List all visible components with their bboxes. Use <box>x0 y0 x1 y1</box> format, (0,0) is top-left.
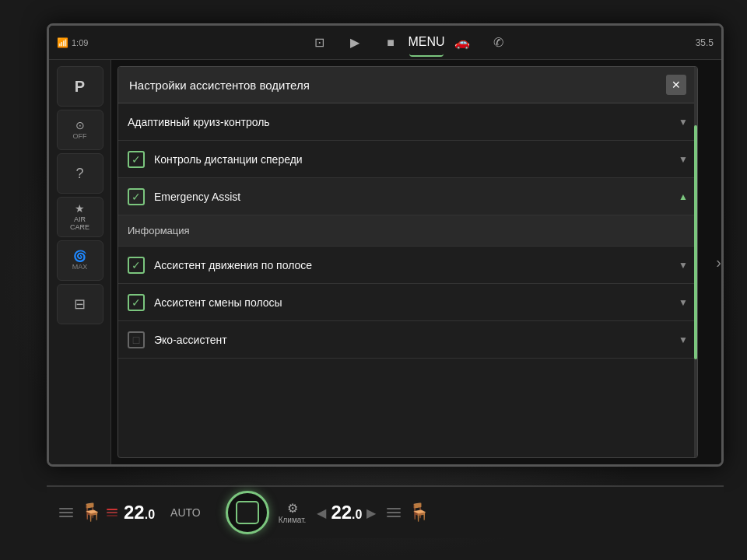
climate-bar: 🪑 22.0 AUTO ⚙ Климат. ◀ 22.0 ▶ 🪑 <box>47 485 724 538</box>
settings-header: Настройки ассистентов водителя ✕ <box>118 67 697 103</box>
phone-icon: ✆ <box>493 35 503 50</box>
camera-icon: ⊡ <box>314 35 324 50</box>
main-content-area: P ⊙ OFF ? ★ AIR CARE 🌀 MAX ⊟ <box>49 60 721 464</box>
right-temp-arrow-left[interactable]: ◀ <box>317 506 326 520</box>
eco-assist-label: Эко-ассистент <box>154 334 672 346</box>
nav-menu-btn[interactable]: MENU <box>409 29 444 57</box>
menu-label: MENU <box>408 35 444 49</box>
fan-label: MAX <box>72 264 88 271</box>
lane-change-checkbox[interactable]: ✓ <box>128 294 145 311</box>
center-home-button[interactable] <box>226 491 269 534</box>
right-menu-lines[interactable] <box>387 508 401 517</box>
settings-title: Настройки ассистентов водителя <box>129 79 310 92</box>
adaptive-cruise-arrow: ▼ <box>679 117 688 128</box>
emergency-assist-label: Emergency Assist <box>154 191 672 203</box>
left-temp-value: 22 <box>124 502 145 523</box>
emergency-assist-checkbox[interactable]: ✓ <box>128 188 145 205</box>
nav-phone-btn[interactable]: ✆ <box>481 29 515 57</box>
distance-control-arrow: ▼ <box>679 154 688 165</box>
emergency-assist-arrow: ▲ <box>679 191 688 202</box>
klimat-label: Климат. <box>279 516 307 524</box>
right-temp-value: 22 <box>331 502 352 523</box>
right-temp-arrow-right[interactable]: ▶ <box>366 506 376 520</box>
fan-icon: 🌀 <box>73 250 86 262</box>
lane-change-arrow: ▼ <box>679 297 688 308</box>
klimat-button[interactable]: ⚙ Климат. <box>279 501 307 524</box>
left-temp-display: 22.0 <box>124 502 155 523</box>
nav-status: 📶 1:09 <box>57 37 150 48</box>
air-care-label: AIR CARE <box>70 216 89 232</box>
right-temp-display: 22.0 <box>331 502 362 523</box>
eco-assist-arrow: ▼ <box>679 334 688 345</box>
distance-control-checkbox[interactable]: ✓ <box>128 151 145 168</box>
right-seat-icon: 🪑 <box>409 502 430 523</box>
left-menu-lines[interactable] <box>59 508 73 517</box>
scroll-indicator[interactable] <box>694 67 697 457</box>
right-chevron-btn[interactable]: › <box>716 254 721 271</box>
settings-row-information-header: Информация <box>118 215 697 247</box>
settings-row-eco-assist[interactable]: □ Эко-ассистент ▼ <box>118 321 697 359</box>
top-nav-right-text: 35.5 <box>667 37 714 48</box>
adaptive-cruise-label: Адаптивный круиз-контроль <box>128 116 672 128</box>
left-seat-icon: 🪑 <box>81 502 102 523</box>
scroll-thumb <box>694 125 697 359</box>
nav-stop-btn[interactable]: ■ <box>374 29 408 57</box>
auto-label: AUTO <box>170 506 201 519</box>
parking-icon: P <box>75 78 85 96</box>
right-temp-decimal: .0 <box>352 508 362 521</box>
distance-control-label: Контроль дистанции спереди <box>154 153 672 166</box>
lane-assist-checkbox[interactable]: ✓ <box>128 257 145 274</box>
settings-row-lane-assist[interactable]: ✓ Ассистент движения по полосе ▼ <box>118 247 697 284</box>
settings-row-distance-control[interactable]: ✓ Контроль дистанции спереди ▼ <box>118 141 697 178</box>
lane-assist-label: Ассистент движения по полосе <box>154 259 672 271</box>
play-icon: ▶ <box>350 35 359 50</box>
eco-assist-checkbox[interactable]: □ <box>128 331 145 348</box>
settings-row-adaptive-cruise[interactable]: Адаптивный круиз-контроль ▼ <box>118 103 697 141</box>
nav-camera-btn[interactable]: ⊡ <box>302 29 336 57</box>
close-icon: ✕ <box>672 79 681 91</box>
stop-icon: ■ <box>387 36 395 50</box>
sidebar-btn-air-care[interactable]: ★ AIR CARE <box>57 197 103 237</box>
lane-assist-arrow: ▼ <box>679 260 688 271</box>
close-button[interactable]: ✕ <box>666 75 686 95</box>
sidebar-btn-parking[interactable]: P <box>57 66 103 107</box>
settings-window: Настройки ассистентов водителя ✕ Адаптив… <box>117 66 698 458</box>
time-display: 1:09 <box>72 38 88 47</box>
top-nav-bar: 📶 1:09 ⊡ ▶ ■ MENU 🚗 ✆ 35.5 <box>49 26 721 60</box>
car-icon: 🚗 <box>454 35 470 50</box>
left-temp-decimal: .0 <box>145 508 155 521</box>
settings-row-lane-change[interactable]: ✓ Ассистент смены полосы ▼ <box>118 284 697 321</box>
driver-assist-icon: ⊙ <box>75 119 85 131</box>
nav-icons-group: ⊡ ▶ ■ MENU 🚗 ✆ <box>150 29 667 57</box>
klimat-gear-icon: ⚙ <box>287 501 298 516</box>
sidebar-btn-seat[interactable]: ⊟ <box>57 284 103 324</box>
sidebar-btn-driver-assist[interactable]: ⊙ OFF <box>57 110 103 150</box>
nav-play-btn[interactable]: ▶ <box>338 29 372 57</box>
left-sidebar: P ⊙ OFF ? ★ AIR CARE 🌀 MAX ⊟ <box>49 60 111 464</box>
content-panel: Настройки ассистентов водителя ✕ Адаптив… <box>111 60 721 464</box>
seat-icon: ⊟ <box>74 296 86 313</box>
signal-icon: 📶 <box>57 37 68 48</box>
lane-change-label: Ассистент смены полосы <box>154 296 672 309</box>
home-icon <box>236 501 259 524</box>
star-icon: ★ <box>75 202 85 215</box>
sidebar-btn-fan[interactable]: 🌀 MAX <box>57 240 103 281</box>
left-heat-lines <box>107 509 117 516</box>
settings-list: Адаптивный круиз-контроль ▼ ✓ Контроль д… <box>118 103 697 359</box>
main-screen: 📶 1:09 ⊡ ▶ ■ MENU 🚗 ✆ 35.5 <box>47 23 724 467</box>
sidebar-btn-info[interactable]: ? <box>57 153 103 194</box>
info-icon: ? <box>75 166 83 182</box>
settings-row-emergency-assist[interactable]: ✓ Emergency Assist ▲ <box>118 178 697 215</box>
driver-assist-label: OFF <box>73 133 87 141</box>
nav-car-btn[interactable]: 🚗 <box>445 29 479 57</box>
information-header-label: Информация <box>128 225 688 236</box>
